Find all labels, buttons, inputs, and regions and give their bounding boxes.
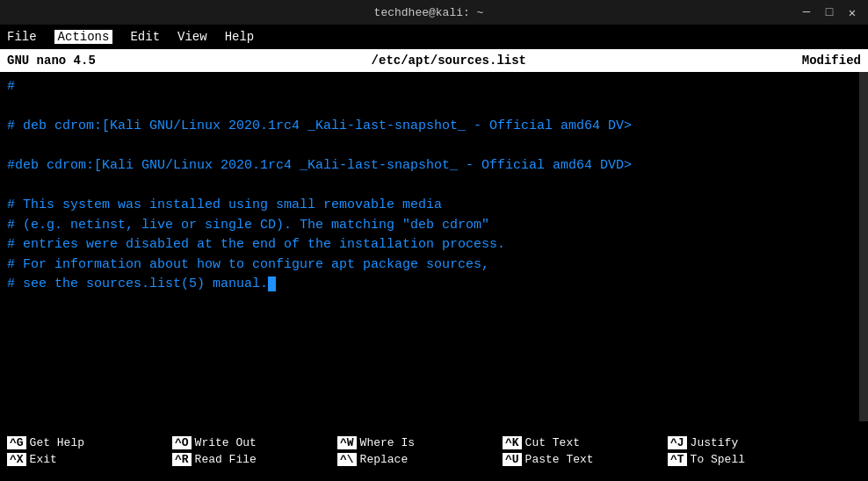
shortcut-item: ^\Replace	[337, 453, 495, 466]
editor-line: #deb cdrom:[Kali GNU/Linux 2020.1rc4 _Ka…	[7, 156, 852, 176]
minimize-button[interactable]: ─	[798, 5, 815, 19]
shortcut-row-2: ^XExit^RRead File^\Replace^UPaste Text^T…	[0, 451, 868, 468]
editor-line: #	[7, 77, 852, 97]
title-bar: techdhee@kali: ~ ─ □ ✕	[0, 0, 868, 25]
shortcut-item: ^RRead File	[172, 453, 330, 466]
shortcut-key: ^U	[503, 453, 522, 466]
menu-help[interactable]: Help	[225, 30, 255, 44]
shortcut-label: Replace	[360, 453, 409, 466]
close-button[interactable]: ✕	[843, 5, 861, 20]
menu-bar: File Actions Edit View Help	[0, 25, 868, 49]
shortcut-item: ^UPaste Text	[503, 453, 661, 466]
shortcut-key: ^T	[668, 453, 687, 466]
menu-file[interactable]: File	[7, 30, 37, 44]
shortcut-key: ^J	[668, 436, 687, 449]
window-title: techdhee@kali: ~	[374, 6, 484, 19]
nano-status-bar: GNU nano 4.5 /etc/apt/sources.list Modif…	[0, 49, 868, 72]
editor-line: # This system was installed using small …	[7, 196, 852, 216]
editor-wrapper: # # deb cdrom:[Kali GNU/Linux 2020.1rc4 …	[0, 72, 868, 421]
shortcut-label: Get Help	[30, 436, 84, 449]
editor-line: # (e.g. netinst, live or single CD). The…	[7, 216, 852, 236]
editor-line: # For information about how to configure…	[7, 255, 852, 276]
shortcut-key: ^R	[172, 453, 192, 466]
shortcuts-bar: ^GGet Help^OWrite Out^WWhere Is^KCut Tex…	[0, 421, 868, 481]
maximize-button[interactable]: □	[821, 5, 838, 19]
modified-status: Modified	[802, 54, 861, 68]
menu-view[interactable]: View	[177, 30, 207, 44]
shortcut-item: ^JJustify	[668, 436, 826, 449]
shortcut-row-1: ^GGet Help^OWrite Out^WWhere Is^KCut Tex…	[0, 434, 868, 451]
shortcut-label: Where Is	[360, 436, 415, 449]
nano-version: GNU nano 4.5	[7, 54, 96, 68]
shortcut-item: ^KCut Text	[503, 436, 661, 449]
editor-line	[7, 97, 852, 118]
shortcut-label: Justify	[691, 436, 739, 449]
editor-line: # deb cdrom:[Kali GNU/Linux 2020.1rc4 _K…	[7, 117, 852, 137]
editor-line: # see the sources.list(5) manual.	[7, 275, 852, 295]
file-path: /etc/apt/sources.list	[372, 54, 526, 68]
shortcut-label: Cut Text	[525, 436, 580, 449]
shortcut-key: ^\	[337, 453, 357, 466]
shortcut-key: ^K	[503, 436, 522, 449]
shortcut-label: Write Out	[195, 436, 257, 449]
editor-line	[7, 176, 852, 197]
shortcut-item: ^TTo Spell	[668, 453, 826, 466]
window-controls[interactable]: ─ □ ✕	[798, 5, 861, 20]
text-cursor	[268, 276, 276, 291]
menu-actions[interactable]: Actions	[54, 30, 113, 44]
shortcut-item: ^WWhere Is	[337, 436, 495, 449]
shortcut-key: ^W	[337, 436, 357, 449]
shortcut-label: To Spell	[691, 453, 745, 466]
editor-line	[7, 137, 852, 157]
shortcut-key: ^G	[7, 436, 26, 449]
shortcut-item: ^GGet Help	[7, 436, 165, 449]
shortcut-label: Exit	[30, 453, 57, 466]
shortcut-key: ^O	[172, 436, 192, 449]
editor-content[interactable]: # # deb cdrom:[Kali GNU/Linux 2020.1rc4 …	[0, 72, 859, 421]
shortcut-key: ^X	[7, 453, 26, 466]
scrollbar[interactable]	[859, 72, 868, 421]
shortcut-item: ^OWrite Out	[172, 436, 330, 449]
menu-edit[interactable]: Edit	[130, 30, 160, 44]
shortcut-label: Paste Text	[525, 453, 594, 466]
shortcut-label: Read File	[195, 453, 257, 466]
shortcut-item: ^XExit	[7, 453, 165, 466]
editor-line: # entries were disabled at the end of th…	[7, 235, 852, 255]
